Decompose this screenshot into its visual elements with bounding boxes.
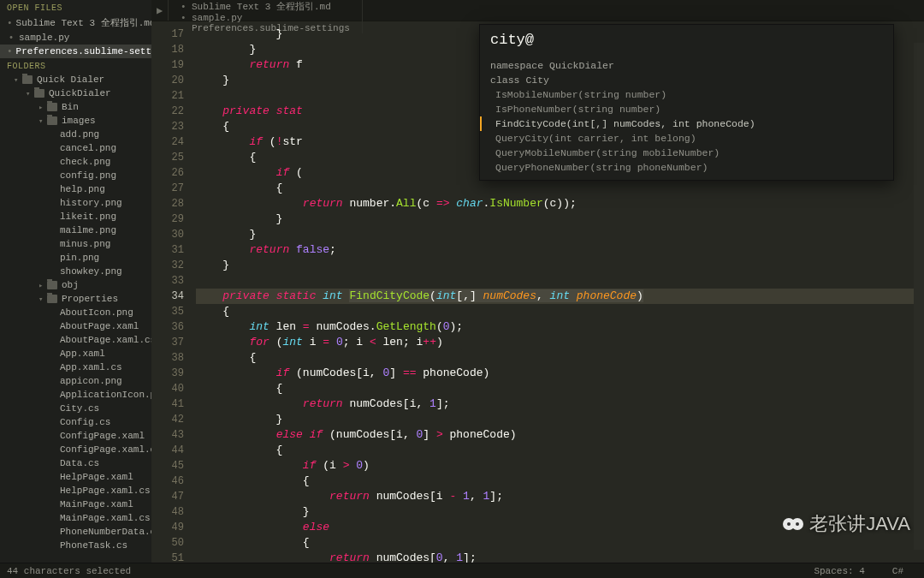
- goto-result-item[interactable]: QueryMobileNumber(string mobileNumber): [480, 146, 893, 160]
- file-item[interactable]: PhoneTask.cs: [0, 539, 151, 552]
- minimap[interactable]: [914, 43, 924, 550]
- goto-result-item[interactable]: IsMobileNumber(string number): [480, 87, 893, 102]
- file-item[interactable]: App.xaml: [0, 347, 151, 361]
- goto-symbol-popup: namespace QuickDialerclass CityIsMobileN…: [479, 24, 894, 181]
- folder-icon: [47, 281, 57, 289]
- folder-item[interactable]: ▸Bin: [0, 100, 151, 114]
- status-bar: 44 characters selected Spaces: 4 C#: [0, 563, 924, 578]
- file-item[interactable]: help.png: [0, 182, 151, 196]
- open-files-header: OPEN FILES: [0, 0, 151, 15]
- editor-tab[interactable]: •Sublime Text 3 全程指引.md: [169, 0, 363, 13]
- file-item[interactable]: ConfigPage.xaml.cs: [0, 443, 151, 456]
- sidebar: OPEN FILES •Sublime Text 3 全程指引.md•sampl…: [0, 0, 151, 563]
- status-indent[interactable]: Spaces: 4: [800, 566, 878, 576]
- line-number-gutter: 1718192021222324252627282930313233343536…: [151, 21, 192, 563]
- file-item[interactable]: history.png: [0, 196, 151, 210]
- file-item[interactable]: ApplicationIcon.png: [0, 388, 151, 402]
- folder-item[interactable]: ▾QuickDialer: [0, 86, 151, 100]
- file-item[interactable]: MainPage.xaml: [0, 498, 151, 511]
- file-item[interactable]: HelpPage.xaml.cs: [0, 484, 151, 498]
- file-item[interactable]: minus.png: [0, 237, 151, 251]
- file-item[interactable]: AboutPage.xaml.cs: [0, 333, 151, 347]
- file-item[interactable]: add.png: [0, 128, 151, 141]
- file-item[interactable]: City.cs: [0, 402, 151, 415]
- goto-result-item[interactable]: QueryCity(int carrier, int belong): [480, 131, 893, 146]
- file-item[interactable]: config.png: [0, 169, 151, 182]
- goto-input[interactable]: [480, 25, 893, 55]
- folder-icon: [34, 89, 44, 98]
- folder-item[interactable]: ▾images: [0, 114, 151, 128]
- folder-item[interactable]: ▾Properties: [0, 292, 151, 306]
- file-item[interactable]: showkey.png: [0, 265, 151, 278]
- folder-item[interactable]: ▸obj: [0, 278, 151, 292]
- goto-result-item[interactable]: QueryPhoneNumber(string phoneNumber): [480, 160, 893, 175]
- file-item[interactable]: appicon.png: [0, 374, 151, 388]
- file-item[interactable]: mailme.png: [0, 223, 151, 237]
- open-file-item[interactable]: •Sublime Text 3 全程指引.md: [0, 15, 151, 31]
- file-item[interactable]: HelpPage.xaml: [0, 470, 151, 484]
- file-item[interactable]: likeit.png: [0, 210, 151, 223]
- file-item[interactable]: Config.cs: [0, 415, 151, 429]
- file-item[interactable]: MainPage.xaml.cs: [0, 511, 151, 525]
- file-item[interactable]: ConfigPage.xaml: [0, 429, 151, 443]
- file-item[interactable]: AboutPage.xaml: [0, 319, 151, 333]
- file-item[interactable]: pin.png: [0, 251, 151, 265]
- goto-result-item[interactable]: FindCityCode(int[,] numCodes, int phoneC…: [480, 116, 893, 131]
- status-selection: 44 characters selected: [7, 566, 131, 576]
- goto-result-list: namespace QuickDialerclass CityIsMobileN…: [480, 55, 893, 180]
- folders-header: FOLDERS: [0, 58, 151, 73]
- folder-root[interactable]: ▾Quick Dialer: [0, 73, 151, 86]
- folder-icon: [47, 295, 57, 303]
- tab-history-button[interactable]: ▶: [151, 0, 169, 21]
- folder-icon: [47, 103, 57, 111]
- tab-bar: ▶ •Sublime Text 3 全程指引.md•sample.py•Pref…: [151, 0, 924, 21]
- file-item[interactable]: check.png: [0, 155, 151, 169]
- goto-result-item[interactable]: class City: [480, 73, 893, 87]
- folder-icon: [47, 116, 57, 125]
- file-item[interactable]: Data.cs: [0, 456, 151, 470]
- folder-icon: [22, 75, 33, 84]
- file-item[interactable]: App.xaml.cs: [0, 361, 151, 374]
- goto-result-item[interactable]: namespace QuickDialer: [480, 58, 893, 73]
- file-item[interactable]: cancel.png: [0, 141, 151, 155]
- open-file-item[interactable]: •sample.py: [0, 31, 151, 45]
- goto-result-item[interactable]: IsPhoneNumber(string number): [480, 102, 893, 116]
- file-item[interactable]: PhoneNumberData.cs: [0, 525, 151, 539]
- editor-area: ▶ •Sublime Text 3 全程指引.md•sample.py•Pref…: [151, 0, 924, 563]
- status-syntax[interactable]: C#: [879, 566, 917, 576]
- open-file-item[interactable]: •Preferences.sublime-settings: [0, 45, 151, 58]
- file-item[interactable]: AboutIcon.png: [0, 306, 151, 319]
